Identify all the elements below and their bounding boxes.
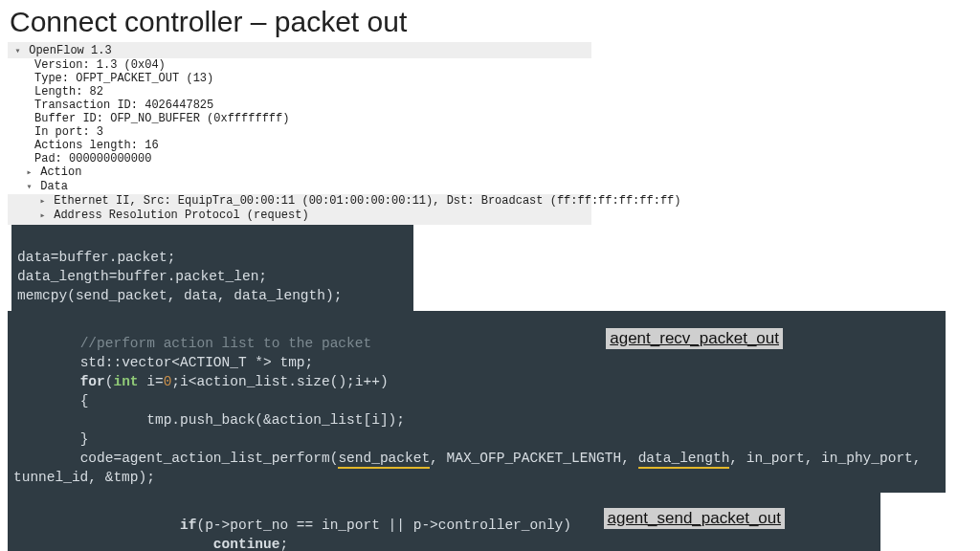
underline-send-packet: send_packet — [338, 451, 430, 469]
code-comment: //perform action list to the packet — [80, 336, 372, 351]
pkt-field: Actions length: 16 — [8, 139, 591, 152]
code-line: { — [80, 393, 89, 408]
code-line: std::vector<ACTION_T *> tmp; — [80, 355, 314, 370]
expand-icon: ▾ — [25, 181, 33, 194]
code-line: memcpy(send_packet, data, data_length); — [17, 288, 342, 303]
expand-icon: ▾ — [13, 45, 22, 58]
keyword-if: if — [180, 518, 196, 533]
code-block-buffer: data=buffer.packet; data_length=buffer.p… — [11, 225, 413, 311]
code-line: } — [80, 431, 89, 447]
code-line: data=buffer.packet; — [17, 250, 175, 265]
pkt-field: Buffer ID: OFP_NO_BUFFER (0xffffffff) — [8, 112, 591, 125]
code-line: tunnel_id, &tmp); — [13, 470, 155, 485]
data-child: Ethernet II, Src: EquipTra_00:00:11 (00:… — [54, 194, 680, 208]
code-line: data_length=buffer.packet_len; — [17, 269, 267, 284]
underline-data-length: data_length — [638, 451, 730, 469]
keyword-for: for — [80, 374, 105, 389]
pkt-field: Length: 82 — [8, 85, 591, 99]
collapse-icon: ▸ — [38, 209, 47, 223]
collapse-icon: ▸ — [25, 166, 33, 180]
data-child: Address Resolution Protocol (request) — [54, 209, 308, 222]
type-int: int — [113, 374, 138, 389]
slide-title: Connect controller – packet out — [0, 0, 980, 42]
code-block-send: agent_send_packet_out if(p->port_no == i… — [8, 493, 880, 551]
code-line: tmp.push_back(&action_list[i]); — [80, 412, 405, 428]
code-block-recv: agent_recv_packet_out //perform action l… — [8, 311, 946, 493]
pkt-field: Version: 1.3 (0x04) — [8, 58, 591, 72]
collapse-icon: ▸ — [38, 195, 47, 209]
packet-tree: ▾ OpenFlow 1.3 Version: 1.3 (0x04) Type:… — [8, 42, 591, 225]
function-badge: agent_recv_packet_out — [606, 328, 783, 349]
keyword-continue: continue — [213, 537, 280, 551]
pkt-field: Type: OFPT_PACKET_OUT (13) — [8, 72, 591, 85]
pkt-field: Pad: 000000000000 — [8, 152, 591, 165]
function-badge: agent_send_packet_out — [604, 508, 786, 529]
data-node: Data — [40, 180, 68, 193]
pkt-field: Transaction ID: 4026447825 — [8, 99, 591, 112]
action-node: Action — [40, 165, 81, 179]
pkt-field: In port: 3 — [8, 125, 591, 139]
protocol-label: OpenFlow 1.3 — [29, 44, 111, 57]
